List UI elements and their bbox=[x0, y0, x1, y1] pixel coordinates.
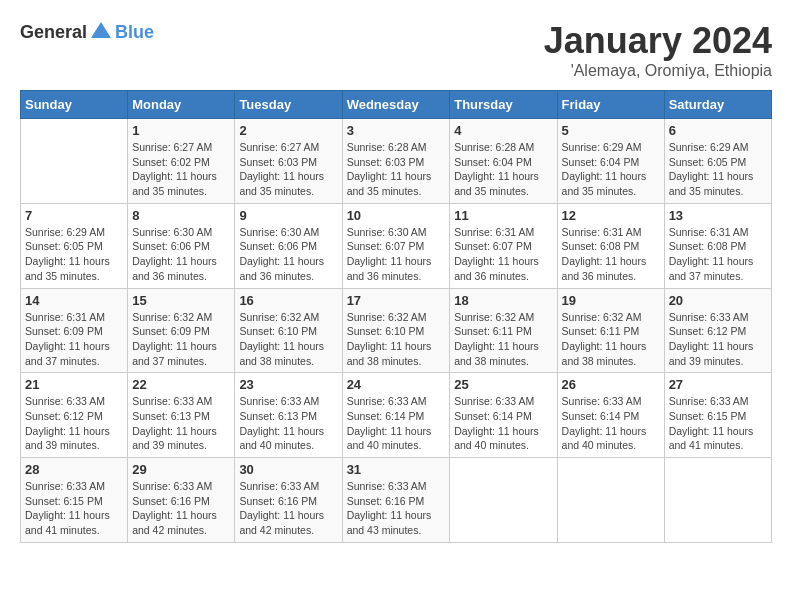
svg-marker-0 bbox=[91, 22, 111, 38]
day-detail: Sunrise: 6:33 AMSunset: 6:14 PMDaylight:… bbox=[347, 395, 432, 451]
calendar-cell: 1 Sunrise: 6:27 AMSunset: 6:02 PMDayligh… bbox=[128, 119, 235, 204]
day-detail: Sunrise: 6:31 AMSunset: 6:07 PMDaylight:… bbox=[454, 226, 539, 282]
day-detail: Sunrise: 6:28 AMSunset: 6:04 PMDaylight:… bbox=[454, 141, 539, 197]
calendar-week-row: 7 Sunrise: 6:29 AMSunset: 6:05 PMDayligh… bbox=[21, 203, 772, 288]
calendar-cell: 11 Sunrise: 6:31 AMSunset: 6:07 PMDaylig… bbox=[450, 203, 557, 288]
day-number: 22 bbox=[132, 377, 230, 392]
logo-icon bbox=[89, 20, 113, 44]
day-detail: Sunrise: 6:30 AMSunset: 6:06 PMDaylight:… bbox=[239, 226, 324, 282]
day-detail: Sunrise: 6:33 AMSunset: 6:12 PMDaylight:… bbox=[669, 311, 754, 367]
day-number: 1 bbox=[132, 123, 230, 138]
calendar-cell: 14 Sunrise: 6:31 AMSunset: 6:09 PMDaylig… bbox=[21, 288, 128, 373]
day-detail: Sunrise: 6:33 AMSunset: 6:12 PMDaylight:… bbox=[25, 395, 110, 451]
day-detail: Sunrise: 6:33 AMSunset: 6:16 PMDaylight:… bbox=[239, 480, 324, 536]
calendar-cell: 4 Sunrise: 6:28 AMSunset: 6:04 PMDayligh… bbox=[450, 119, 557, 204]
calendar-cell: 24 Sunrise: 6:33 AMSunset: 6:14 PMDaylig… bbox=[342, 373, 450, 458]
day-detail: Sunrise: 6:33 AMSunset: 6:13 PMDaylight:… bbox=[239, 395, 324, 451]
calendar-cell: 2 Sunrise: 6:27 AMSunset: 6:03 PMDayligh… bbox=[235, 119, 342, 204]
day-number: 13 bbox=[669, 208, 767, 223]
calendar-cell: 8 Sunrise: 6:30 AMSunset: 6:06 PMDayligh… bbox=[128, 203, 235, 288]
title-section: January 2024 'Alemaya, Oromiya, Ethiopia bbox=[544, 20, 772, 80]
calendar-title: January 2024 bbox=[544, 20, 772, 62]
calendar-cell: 18 Sunrise: 6:32 AMSunset: 6:11 PMDaylig… bbox=[450, 288, 557, 373]
logo: General Blue bbox=[20, 20, 154, 44]
day-detail: Sunrise: 6:27 AMSunset: 6:02 PMDaylight:… bbox=[132, 141, 217, 197]
day-detail: Sunrise: 6:29 AMSunset: 6:05 PMDaylight:… bbox=[25, 226, 110, 282]
day-detail: Sunrise: 6:29 AMSunset: 6:04 PMDaylight:… bbox=[562, 141, 647, 197]
day-number: 23 bbox=[239, 377, 337, 392]
calendar-cell: 29 Sunrise: 6:33 AMSunset: 6:16 PMDaylig… bbox=[128, 458, 235, 543]
calendar-subtitle: 'Alemaya, Oromiya, Ethiopia bbox=[544, 62, 772, 80]
calendar-cell: 3 Sunrise: 6:28 AMSunset: 6:03 PMDayligh… bbox=[342, 119, 450, 204]
calendar-cell bbox=[21, 119, 128, 204]
calendar-cell: 23 Sunrise: 6:33 AMSunset: 6:13 PMDaylig… bbox=[235, 373, 342, 458]
day-number: 5 bbox=[562, 123, 660, 138]
day-number: 21 bbox=[25, 377, 123, 392]
day-detail: Sunrise: 6:32 AMSunset: 6:11 PMDaylight:… bbox=[562, 311, 647, 367]
calendar-cell: 12 Sunrise: 6:31 AMSunset: 6:08 PMDaylig… bbox=[557, 203, 664, 288]
day-number: 12 bbox=[562, 208, 660, 223]
weekday-header-saturday: Saturday bbox=[664, 91, 771, 119]
weekday-header-tuesday: Tuesday bbox=[235, 91, 342, 119]
day-detail: Sunrise: 6:33 AMSunset: 6:14 PMDaylight:… bbox=[454, 395, 539, 451]
day-detail: Sunrise: 6:30 AMSunset: 6:06 PMDaylight:… bbox=[132, 226, 217, 282]
day-number: 29 bbox=[132, 462, 230, 477]
weekday-header-friday: Friday bbox=[557, 91, 664, 119]
calendar-cell: 25 Sunrise: 6:33 AMSunset: 6:14 PMDaylig… bbox=[450, 373, 557, 458]
day-detail: Sunrise: 6:32 AMSunset: 6:10 PMDaylight:… bbox=[239, 311, 324, 367]
day-detail: Sunrise: 6:31 AMSunset: 6:09 PMDaylight:… bbox=[25, 311, 110, 367]
day-number: 17 bbox=[347, 293, 446, 308]
day-number: 20 bbox=[669, 293, 767, 308]
calendar-week-row: 1 Sunrise: 6:27 AMSunset: 6:02 PMDayligh… bbox=[21, 119, 772, 204]
calendar-cell: 21 Sunrise: 6:33 AMSunset: 6:12 PMDaylig… bbox=[21, 373, 128, 458]
day-number: 4 bbox=[454, 123, 552, 138]
day-detail: Sunrise: 6:33 AMSunset: 6:15 PMDaylight:… bbox=[25, 480, 110, 536]
page-header: General Blue January 2024 'Alemaya, Orom… bbox=[20, 20, 772, 80]
calendar-cell: 13 Sunrise: 6:31 AMSunset: 6:08 PMDaylig… bbox=[664, 203, 771, 288]
day-detail: Sunrise: 6:32 AMSunset: 6:09 PMDaylight:… bbox=[132, 311, 217, 367]
day-detail: Sunrise: 6:27 AMSunset: 6:03 PMDaylight:… bbox=[239, 141, 324, 197]
day-number: 7 bbox=[25, 208, 123, 223]
calendar-cell: 7 Sunrise: 6:29 AMSunset: 6:05 PMDayligh… bbox=[21, 203, 128, 288]
day-number: 26 bbox=[562, 377, 660, 392]
calendar-cell: 5 Sunrise: 6:29 AMSunset: 6:04 PMDayligh… bbox=[557, 119, 664, 204]
day-detail: Sunrise: 6:28 AMSunset: 6:03 PMDaylight:… bbox=[347, 141, 432, 197]
calendar-cell: 15 Sunrise: 6:32 AMSunset: 6:09 PMDaylig… bbox=[128, 288, 235, 373]
day-number: 10 bbox=[347, 208, 446, 223]
calendar-cell: 30 Sunrise: 6:33 AMSunset: 6:16 PMDaylig… bbox=[235, 458, 342, 543]
weekday-header-sunday: Sunday bbox=[21, 91, 128, 119]
calendar-cell: 10 Sunrise: 6:30 AMSunset: 6:07 PMDaylig… bbox=[342, 203, 450, 288]
day-detail: Sunrise: 6:31 AMSunset: 6:08 PMDaylight:… bbox=[562, 226, 647, 282]
logo-general: General bbox=[20, 22, 87, 43]
day-number: 15 bbox=[132, 293, 230, 308]
calendar-week-row: 21 Sunrise: 6:33 AMSunset: 6:12 PMDaylig… bbox=[21, 373, 772, 458]
day-detail: Sunrise: 6:31 AMSunset: 6:08 PMDaylight:… bbox=[669, 226, 754, 282]
calendar-cell: 9 Sunrise: 6:30 AMSunset: 6:06 PMDayligh… bbox=[235, 203, 342, 288]
day-number: 9 bbox=[239, 208, 337, 223]
calendar-cell bbox=[664, 458, 771, 543]
day-detail: Sunrise: 6:33 AMSunset: 6:14 PMDaylight:… bbox=[562, 395, 647, 451]
calendar-cell: 26 Sunrise: 6:33 AMSunset: 6:14 PMDaylig… bbox=[557, 373, 664, 458]
day-number: 11 bbox=[454, 208, 552, 223]
weekday-header-monday: Monday bbox=[128, 91, 235, 119]
logo-blue: Blue bbox=[115, 22, 154, 42]
calendar-cell: 17 Sunrise: 6:32 AMSunset: 6:10 PMDaylig… bbox=[342, 288, 450, 373]
calendar-cell: 16 Sunrise: 6:32 AMSunset: 6:10 PMDaylig… bbox=[235, 288, 342, 373]
weekday-header-wednesday: Wednesday bbox=[342, 91, 450, 119]
day-number: 30 bbox=[239, 462, 337, 477]
day-number: 14 bbox=[25, 293, 123, 308]
calendar-table: SundayMondayTuesdayWednesdayThursdayFrid… bbox=[20, 90, 772, 543]
day-number: 19 bbox=[562, 293, 660, 308]
day-detail: Sunrise: 6:29 AMSunset: 6:05 PMDaylight:… bbox=[669, 141, 754, 197]
calendar-cell: 27 Sunrise: 6:33 AMSunset: 6:15 PMDaylig… bbox=[664, 373, 771, 458]
day-detail: Sunrise: 6:33 AMSunset: 6:15 PMDaylight:… bbox=[669, 395, 754, 451]
day-number: 8 bbox=[132, 208, 230, 223]
calendar-cell: 20 Sunrise: 6:33 AMSunset: 6:12 PMDaylig… bbox=[664, 288, 771, 373]
day-detail: Sunrise: 6:32 AMSunset: 6:10 PMDaylight:… bbox=[347, 311, 432, 367]
day-number: 6 bbox=[669, 123, 767, 138]
day-number: 27 bbox=[669, 377, 767, 392]
day-detail: Sunrise: 6:33 AMSunset: 6:16 PMDaylight:… bbox=[347, 480, 432, 536]
day-detail: Sunrise: 6:33 AMSunset: 6:13 PMDaylight:… bbox=[132, 395, 217, 451]
calendar-cell bbox=[557, 458, 664, 543]
calendar-cell: 31 Sunrise: 6:33 AMSunset: 6:16 PMDaylig… bbox=[342, 458, 450, 543]
